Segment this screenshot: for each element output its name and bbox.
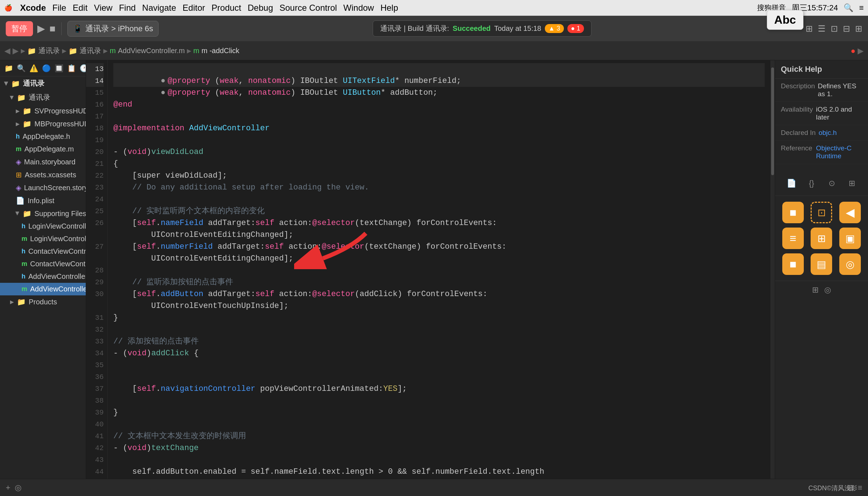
breadcrumb-nav-right[interactable]: ▶	[858, 46, 864, 56]
play-button[interactable]: ▶	[37, 23, 45, 34]
obj-item-1[interactable]: ■	[781, 202, 805, 223]
menu-xcode[interactable]: Xcode	[20, 3, 46, 13]
insp-icon-target[interactable]: ⊙	[825, 177, 838, 190]
menubar: 🍎 Xcode File Edit View Find Navigate Edi…	[0, 0, 868, 16]
breadcrumb-separator-0: ▶	[21, 47, 25, 54]
obj-item-7[interactable]: ■	[781, 253, 805, 275]
breadcrumb-sep-2: ▶	[103, 47, 108, 54]
editor-scrollbar[interactable]	[770, 60, 775, 479]
apple-menu[interactable]: 🍎	[4, 4, 12, 12]
stop-button[interactable]: ■	[49, 23, 56, 34]
menu-window[interactable]: Window	[343, 3, 374, 13]
scrollbar-thumb[interactable]	[771, 67, 774, 175]
h-file-icon-2: h	[22, 223, 25, 230]
sidebar-icon-1[interactable]: 📁	[4, 64, 13, 72]
obj-item-8[interactable]: ▤	[810, 253, 834, 275]
sidebar-item-launch-storyboard[interactable]: ◈ LaunchScreen.storyboard	[0, 181, 86, 194]
breadcrumb-forward[interactable]: ▶	[13, 46, 19, 56]
obj-item-5[interactable]: ⊞	[810, 228, 834, 249]
menu-find[interactable]: Find	[119, 3, 136, 13]
qh-value-ref[interactable]: Objective-C Runtime	[816, 144, 862, 160]
sidebar-icon-5[interactable]: 🔲	[55, 64, 63, 72]
sidebar-item-appdelegate-h[interactable]: h AppDelegate.h	[0, 130, 86, 143]
code-area[interactable]: 13 14 15 16 17 18 19 20 21 22 23 24 25 2…	[86, 60, 775, 479]
qh-value-declared[interactable]: objc.h	[819, 129, 837, 137]
sidebar-item-main-storyboard[interactable]: ◈ Main.storyboard	[0, 155, 86, 168]
bottom-list-icon[interactable]: ≡	[858, 483, 862, 492]
code-line-20: - (void)viewDidLoad	[113, 146, 765, 158]
obj-item-6[interactable]: ▣	[838, 228, 862, 249]
code-content[interactable]: ●@property (weak, nonatomic) IBOutlet UI…	[108, 60, 770, 479]
toolbar-icon-5[interactable]: ⊞	[855, 24, 862, 34]
storyboard-icon-2: ◈	[16, 183, 21, 192]
menu-file[interactable]: File	[52, 3, 66, 13]
sidebar-item-login-m[interactable]: m LoginViewController.m	[0, 233, 86, 245]
folder-icon-2: 📁	[17, 93, 26, 102]
sidebar-item-login-h[interactable]: h LoginViewController.h	[0, 220, 86, 233]
status-time: Today at 15:18	[494, 24, 541, 33]
sidebar-item-contact-m[interactable]: m ContactViewController.m	[0, 258, 86, 270]
sidebar-label-supporting: Supporting Files	[34, 210, 86, 218]
insp-icon-grid[interactable]: ⊞	[845, 177, 858, 190]
sidebar-group-tongxunlu[interactable]: ▶ 📁 通讯录	[0, 90, 86, 104]
code-line-25: // 实时监听两个文本框的内容的变化	[113, 205, 765, 217]
sidebar-item-add-h[interactable]: h AddViewController.h	[0, 270, 86, 283]
control-strip-icon[interactable]: ≡	[859, 3, 864, 13]
sidebar-root[interactable]: ▶ 📁 通讯录	[0, 76, 86, 90]
breadcrumb-item-2[interactable]: m AddViewController.m	[110, 47, 185, 55]
toolbar-icon-1[interactable]: ⊞	[806, 24, 813, 34]
toolbar-icon-3[interactable]: ⊡	[831, 24, 838, 34]
sidebar-item-assets[interactable]: ⊞ Assets.xcassets	[0, 168, 86, 181]
obj-item-9[interactable]: ◎	[838, 253, 862, 275]
menu-product[interactable]: Product	[212, 3, 241, 13]
insp-bottom-icon-1[interactable]: ⊞	[812, 285, 819, 295]
toolbar-icon-4[interactable]: ⊟	[843, 24, 850, 34]
bottom-circle-icon[interactable]: ◎	[15, 483, 22, 492]
insp-icon-code[interactable]: {}	[805, 177, 818, 190]
obj-icon-8: ▤	[811, 253, 832, 275]
sidebar-item-products[interactable]: ▶ 📁 Products	[0, 295, 86, 308]
qh-label-ref: Reference	[781, 144, 813, 160]
code-line-22: [super viewDidLoad];	[113, 170, 765, 182]
breadcrumb-item-1[interactable]: 📁 通讯录	[69, 46, 101, 56]
sidebar-icon-4[interactable]: 🔵	[42, 64, 51, 72]
breadcrumb-sep-3: ▶	[187, 47, 191, 54]
build-status: 通讯录 | Build 通讯录: Succeeded Today at 15:1…	[373, 20, 591, 37]
sidebar-icon-6[interactable]: 📋	[67, 64, 76, 72]
toolbar-icon-2[interactable]: ☰	[818, 24, 826, 34]
insp-bottom-icon-2[interactable]: ◎	[824, 285, 831, 295]
obj-icon-4: ≡	[782, 228, 804, 249]
breadcrumb-back[interactable]: ◀	[4, 46, 10, 56]
sidebar-icon-3[interactable]: ⚠️	[29, 64, 38, 72]
sidebar-item-supporting[interactable]: ▶ 📁 Supporting Files	[0, 207, 86, 220]
menu-help[interactable]: Help	[381, 3, 398, 13]
obj-item-4[interactable]: ≡	[781, 228, 805, 249]
search-icon[interactable]: 🔍	[844, 3, 853, 13]
breadcrumb-item-0[interactable]: 📁 通讯录	[27, 46, 60, 56]
menu-view[interactable]: View	[94, 3, 113, 13]
menu-source-control[interactable]: Source Control	[279, 3, 337, 13]
sidebar-item-add-m[interactable]: m AddViewController.m	[0, 283, 86, 295]
code-line-30: [self.addButton addTarget:self action:@s…	[113, 288, 765, 300]
pause-button[interactable]: 暂停	[6, 21, 33, 36]
sidebar-item-mbprogress[interactable]: ▶ 📁 MBProgressHUD	[0, 117, 86, 130]
sidebar-icon-7[interactable]: 🕐	[80, 64, 86, 72]
menu-editor[interactable]: Editor	[183, 3, 205, 13]
menu-edit[interactable]: Edit	[73, 3, 88, 13]
abc-popup: Abc	[767, 10, 803, 30]
sidebar-item-svprogress[interactable]: ▶ 📁 SVProgressHUD	[0, 104, 86, 117]
scheme-selector[interactable]: 📱 通讯录 > iPhone 6s	[67, 21, 159, 37]
sidebar-item-info-plist[interactable]: 📄 Info.plist	[0, 194, 86, 207]
breadcrumb-item-3[interactable]: m m -addClick	[193, 47, 239, 55]
menu-navigate[interactable]: Navigate	[142, 3, 176, 13]
menu-debug[interactable]: Debug	[248, 3, 273, 13]
sidebar-icon-2[interactable]: 🔍	[17, 64, 26, 72]
obj-item-3[interactable]: ◀	[838, 202, 862, 223]
insp-icon-file[interactable]: 📄	[785, 177, 798, 190]
sidebar-item-contact-h[interactable]: h ContactViewController.h	[0, 245, 86, 258]
obj-item-2[interactable]: ⊡	[810, 202, 834, 223]
sidebar-item-appdelegate-m[interactable]: m AppDelegate.m	[0, 143, 86, 155]
sidebar-label-svprogress: SVProgressHUD	[34, 107, 86, 115]
bottom-add-icon[interactable]: +	[6, 483, 10, 492]
sidebar-label-products: Products	[29, 298, 57, 306]
